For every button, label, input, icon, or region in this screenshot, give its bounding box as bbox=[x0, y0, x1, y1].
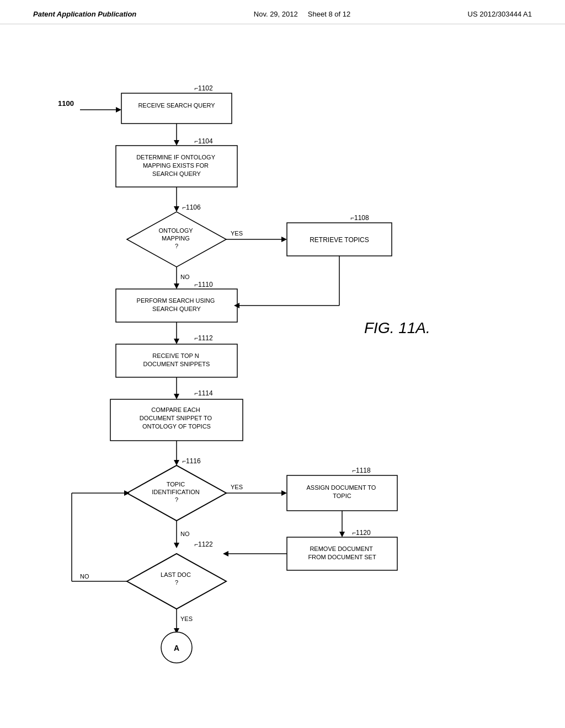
node-1118-id: ⌐1118 bbox=[352, 467, 371, 474]
node-1108-id: ⌐1108 bbox=[350, 214, 369, 222]
node-1106-id: ⌐1106 bbox=[182, 204, 201, 211]
node-1104-id: ⌐1104 bbox=[194, 137, 213, 145]
svg-marker-21 bbox=[223, 551, 228, 556]
figure-label: FIG. 11A. bbox=[364, 319, 430, 336]
flowchart-svg: FIG. 11A. 1100 RECEIVE SEARCH QUERY ⌐110… bbox=[0, 24, 565, 719]
svg-marker-27 bbox=[124, 490, 130, 496]
svg-marker-17 bbox=[281, 490, 287, 496]
date-label: Nov. 29, 2012 bbox=[254, 10, 298, 18]
node-1110-id: ⌐1110 bbox=[194, 281, 213, 288]
node-1102-id: ⌐1102 bbox=[194, 84, 213, 92]
svg-marker-5 bbox=[174, 206, 179, 212]
svg-marker-9 bbox=[174, 283, 179, 289]
date-sheet-label: Nov. 29, 2012 Sheet 8 of 12 bbox=[254, 10, 350, 18]
yes-label-1116: YES bbox=[231, 484, 243, 490]
svg-marker-13 bbox=[174, 394, 179, 399]
node-A-text: A bbox=[174, 644, 179, 652]
svg-marker-19 bbox=[339, 532, 345, 537]
diagram-area: FIG. 11A. 1100 RECEIVE SEARCH QUERY ⌐110… bbox=[0, 24, 565, 719]
page-header: Patent Application Publication Nov. 29, … bbox=[0, 0, 565, 24]
node-1108-text: RETRIEVE TOPICS bbox=[310, 236, 369, 244]
node-1102-text: RECEIVE SEARCH QUERY bbox=[138, 102, 215, 109]
no-label-1106: NO bbox=[180, 274, 190, 280]
no-label-1116: NO bbox=[180, 531, 190, 537]
svg-marker-11 bbox=[174, 339, 179, 344]
node-1120-id: ⌐1120 bbox=[352, 529, 371, 537]
svg-marker-1 bbox=[116, 107, 121, 113]
yes-label-1122: YES bbox=[180, 615, 193, 622]
svg-marker-3 bbox=[174, 140, 179, 146]
svg-marker-7 bbox=[281, 237, 287, 242]
no-label-1122: NO bbox=[80, 573, 89, 580]
node-1116-id: ⌐1116 bbox=[182, 457, 201, 465]
svg-marker-23 bbox=[174, 543, 179, 548]
sheet-label: Sheet 8 of 12 bbox=[308, 10, 350, 18]
node-1100-label: 1100 bbox=[58, 99, 74, 108]
patent-number-label: US 2012/303444 A1 bbox=[468, 10, 532, 18]
svg-marker-15 bbox=[174, 460, 179, 465]
yes-label-1106: YES bbox=[231, 230, 243, 237]
node-1122-id: ⌐1122 bbox=[194, 540, 213, 548]
node-1112-id: ⌐1112 bbox=[194, 334, 213, 342]
publication-label: Patent Application Publication bbox=[33, 10, 136, 18]
node-1114-id: ⌐1114 bbox=[194, 389, 213, 397]
